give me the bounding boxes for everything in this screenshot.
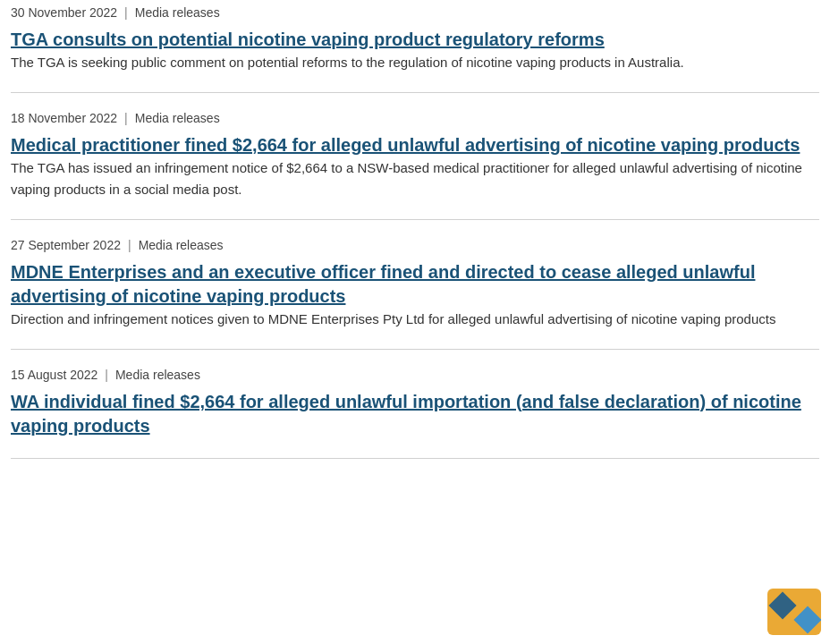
meta-separator: | bbox=[128, 236, 131, 255]
articles-list: 30 November 2022|Media releasesTGA consu… bbox=[0, 0, 830, 459]
article-date: 18 November 2022 bbox=[11, 109, 117, 128]
watermark-logo bbox=[767, 589, 821, 635]
article-summary: Direction and infringement notices given… bbox=[11, 309, 819, 329]
article-category: Media releases bbox=[135, 109, 220, 128]
article-category: Media releases bbox=[139, 236, 224, 255]
article-title-link[interactable]: WA individual fined $2,664 for alleged u… bbox=[11, 392, 801, 436]
article-category: Media releases bbox=[135, 4, 220, 22]
article-title-link[interactable]: Medical practitioner fined $2,664 for al… bbox=[11, 135, 800, 155]
article-summary: The TGA has issued an infringement notic… bbox=[11, 157, 819, 199]
article-meta: 15 August 2022|Media releases bbox=[11, 366, 819, 385]
meta-separator: | bbox=[124, 109, 128, 128]
article-date: 15 August 2022 bbox=[11, 366, 97, 385]
article-summary: The TGA is seeking public comment on pot… bbox=[11, 52, 819, 72]
article-date: 30 November 2022 bbox=[11, 4, 117, 22]
article-meta: 27 September 2022|Media releases bbox=[11, 236, 819, 255]
article-item: 30 November 2022|Media releasesTGA consu… bbox=[11, 0, 819, 93]
article-item: 27 September 2022|Media releasesMDNE Ent… bbox=[11, 220, 819, 350]
article-item: 15 August 2022|Media releasesWA individu… bbox=[11, 350, 819, 459]
article-title-link[interactable]: MDNE Enterprises and an executive office… bbox=[11, 262, 755, 306]
meta-separator: | bbox=[124, 4, 128, 22]
article-item: 18 November 2022|Media releasesMedical p… bbox=[11, 93, 819, 220]
article-meta: 30 November 2022|Media releases bbox=[11, 4, 819, 22]
meta-separator: | bbox=[105, 366, 108, 385]
article-meta: 18 November 2022|Media releases bbox=[11, 109, 819, 128]
article-category: Media releases bbox=[115, 366, 200, 385]
article-title-link[interactable]: TGA consults on potential nicotine vapin… bbox=[11, 30, 605, 49]
article-date: 27 September 2022 bbox=[11, 236, 121, 255]
